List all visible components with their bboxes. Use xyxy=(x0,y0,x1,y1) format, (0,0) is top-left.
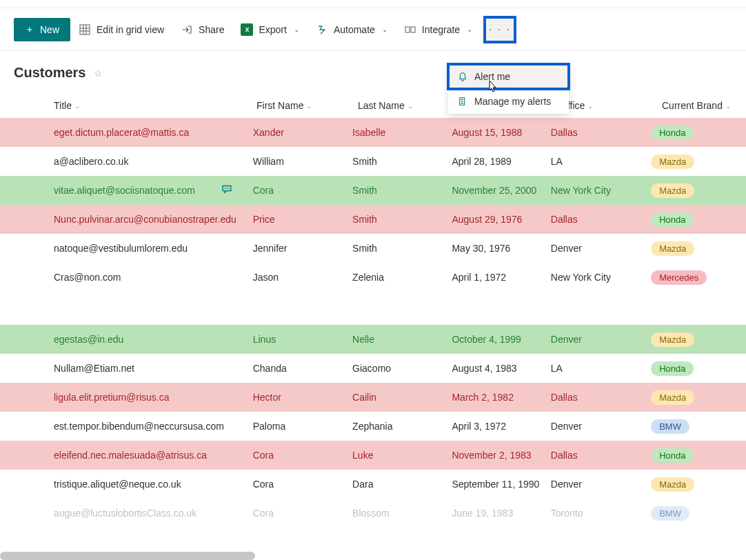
cell-title[interactable]: augue@luctuslobortisClass.co.uk xyxy=(54,508,253,519)
cell-dob: April 1, 1972 xyxy=(452,272,550,283)
flow-icon xyxy=(316,23,328,36)
svg-rect-6 xyxy=(411,27,415,32)
cell-last: Luke xyxy=(352,450,452,461)
table-row[interactable]: est.tempor.bibendum@neccursusa.comPaloma… xyxy=(0,412,746,441)
horizontal-scrollbar[interactable] xyxy=(0,552,255,560)
cell-title[interactable]: est.tempor.bibendum@neccursusa.com xyxy=(54,421,253,432)
cell-brand: BMW xyxy=(651,506,732,521)
table-row[interactable]: Cras@non.comJasonZeleniaApril 1, 1972New… xyxy=(0,263,746,292)
excel-icon: x xyxy=(241,23,253,36)
manage-alerts-icon xyxy=(458,97,467,106)
brand-pill: Mazda xyxy=(651,477,694,492)
cell-office: Denver xyxy=(551,421,651,432)
svg-rect-5 xyxy=(405,27,410,32)
column-header-last-name[interactable]: Last Name⌄ xyxy=(358,100,459,111)
table-row[interactable]: ligula.elit.pretium@risus.caHectorCailin… xyxy=(0,383,746,412)
table-row[interactable]: eleifend.nec.malesuada@atrisus.caCoraLuk… xyxy=(0,441,746,470)
page-title: Customers xyxy=(14,65,85,81)
table-row[interactable]: augue@luctuslobortisClass.co.ukCoraBloss… xyxy=(0,499,746,528)
cell-last: Cailin xyxy=(352,392,452,403)
cell-first: Linus xyxy=(253,334,352,345)
table-row[interactable]: eget.dictum.placerat@mattis.caXanderIsab… xyxy=(0,118,746,147)
comment-icon[interactable] xyxy=(221,184,232,197)
cell-dob: November 25, 2000 xyxy=(452,185,550,196)
menu-item-alert-me-label: Alert me xyxy=(474,71,510,82)
group-divider xyxy=(0,292,746,325)
cell-last: Smith xyxy=(352,156,452,167)
column-header-title[interactable]: Title⌄ xyxy=(54,100,256,111)
cell-title[interactable]: tristique.aliquet@neque.co.uk xyxy=(54,479,253,490)
cell-office: Dallas xyxy=(551,450,651,461)
command-bar: ＋ New Edit in grid view Share x Export ⌄… xyxy=(0,8,746,51)
table-row[interactable]: Nunc.pulvinar.arcu@conubianostraper.eduP… xyxy=(0,205,746,234)
cell-office: Denver xyxy=(551,243,651,254)
edit-grid-button[interactable]: Edit in grid view xyxy=(70,18,172,41)
cell-title[interactable]: Nullam@Etiam.net xyxy=(54,363,253,374)
cell-office: New York City xyxy=(551,272,651,283)
table-row[interactable]: Nullam@Etiam.netChandaGiacomoAugust 4, 1… xyxy=(0,354,746,383)
cell-office: Dallas xyxy=(551,392,651,403)
more-actions-button[interactable]: · · · xyxy=(483,16,516,43)
integrate-button[interactable]: Integrate ⌄ xyxy=(396,18,481,41)
cell-title[interactable]: vitae.aliquet@sociisnatoque.com xyxy=(54,185,253,196)
integrate-icon xyxy=(404,23,416,36)
cell-title[interactable]: natoque@vestibulumlorem.edu xyxy=(54,243,253,254)
automate-label: Automate xyxy=(334,24,375,35)
brand-pill: Honda xyxy=(651,448,694,463)
table-row[interactable]: a@aclibero.co.ukWilliamSmithApril 28, 19… xyxy=(0,147,746,176)
cell-last: Dara xyxy=(352,479,452,490)
export-button[interactable]: x Export ⌄ xyxy=(232,18,307,41)
chevron-down-icon: ⌄ xyxy=(587,102,593,110)
cell-dob: October 4, 1999 xyxy=(452,334,550,345)
column-header-brand[interactable]: Current Brand⌄ xyxy=(662,100,731,111)
cell-title[interactable]: Cras@non.com xyxy=(54,272,253,283)
svg-point-9 xyxy=(228,188,229,189)
cell-title[interactable]: eget.dictum.placerat@mattis.ca xyxy=(54,127,253,138)
cell-brand: Honda xyxy=(651,361,732,376)
cell-title[interactable]: ligula.elit.pretium@risus.ca xyxy=(54,392,253,403)
brand-pill: Honda xyxy=(651,361,694,376)
cell-first: Jennifer xyxy=(253,243,352,254)
top-divider xyxy=(0,0,746,8)
new-button[interactable]: ＋ New xyxy=(14,18,70,41)
share-button[interactable]: Share xyxy=(172,18,232,41)
brand-pill: Honda xyxy=(651,212,694,227)
ellipsis-icon: · · · xyxy=(489,23,511,36)
cell-dob: May 30, 1976 xyxy=(452,243,550,254)
cell-last: Smith xyxy=(352,185,452,196)
cell-first: Paloma xyxy=(253,421,352,432)
cell-last: Isabelle xyxy=(352,127,452,138)
cell-brand: Mazda xyxy=(651,332,732,347)
table-row[interactable]: vitae.aliquet@sociisnatoque.comCoraSmith… xyxy=(0,176,746,205)
table-row[interactable]: egestas@in.eduLinusNelleOctober 4, 1999D… xyxy=(0,325,746,354)
brand-pill: Mazda xyxy=(651,332,694,347)
cell-title[interactable]: a@aclibero.co.uk xyxy=(54,156,253,167)
chevron-down-icon: ⌄ xyxy=(407,102,413,110)
column-header-office[interactable]: Office⌄ xyxy=(560,100,662,111)
chevron-down-icon: ⌄ xyxy=(306,102,312,110)
cell-office: Toronto xyxy=(551,508,651,519)
menu-item-alert-me[interactable]: Alert me xyxy=(447,63,570,90)
brand-pill: Mazda xyxy=(651,154,694,169)
cell-title[interactable]: egestas@in.edu xyxy=(54,334,253,345)
table-row[interactable]: natoque@vestibulumlorem.eduJenniferSmith… xyxy=(0,234,746,263)
cell-first: Cora xyxy=(253,185,352,196)
chevron-down-icon: ⌄ xyxy=(294,26,299,33)
cell-office: Denver xyxy=(551,334,651,345)
cell-first: Jason xyxy=(253,272,352,283)
cell-title[interactable]: eleifend.nec.malesuada@atrisus.ca xyxy=(54,450,253,461)
automate-button[interactable]: Automate ⌄ xyxy=(308,18,396,41)
cell-title[interactable]: Nunc.pulvinar.arcu@conubianostraper.edu xyxy=(54,214,253,225)
cell-first: Cora xyxy=(253,450,352,461)
bell-icon xyxy=(458,72,467,81)
share-icon xyxy=(181,23,193,36)
cell-dob: August 29, 1976 xyxy=(452,214,550,225)
favorite-star-icon[interactable]: ☆ xyxy=(94,68,103,79)
column-header-first-name[interactable]: First Name⌄ xyxy=(256,100,358,111)
cell-dob: August 4, 1983 xyxy=(452,363,550,374)
cell-brand: Mazda xyxy=(651,477,732,492)
table-row[interactable]: tristique.aliquet@neque.co.ukCoraDaraSep… xyxy=(0,470,746,499)
new-button-label: New xyxy=(40,24,59,35)
cell-brand: Mazda xyxy=(651,154,732,169)
menu-item-manage-alerts[interactable]: Manage my alerts xyxy=(448,89,569,114)
